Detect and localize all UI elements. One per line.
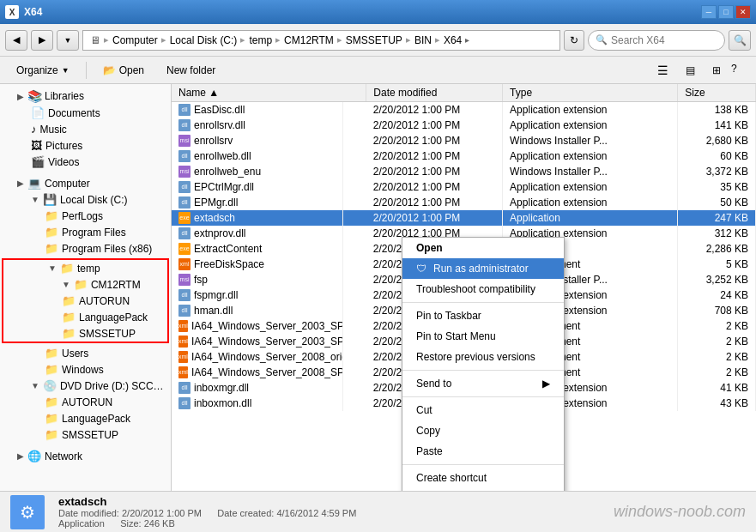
- sidebar-item-cm12rtm[interactable]: ▼ 📁 CM12RTM: [3, 276, 167, 293]
- new-folder-button[interactable]: New folder: [159, 60, 223, 81]
- ctx-separator-2: [402, 370, 564, 371]
- table-row[interactable]: msienrollweb_enu 2/20/2012 1:00 PM Windo…: [172, 164, 756, 179]
- ctx-item-run-as-admin[interactable]: 🛡 Run as administrator: [402, 258, 564, 279]
- ctx-item-paste[interactable]: Paste: [402, 441, 564, 462]
- file-name[interactable]: dllinboxmon.dll: [172, 396, 343, 411]
- file-size: 5 KB: [678, 257, 756, 272]
- file-name[interactable]: dllenrollsrv.dll: [172, 118, 343, 133]
- file-size: 35 KB: [678, 179, 756, 195]
- forward-button[interactable]: ▶: [31, 30, 53, 51]
- sidebar-item-smssetup[interactable]: 📁 SMSSETUP: [3, 325, 167, 342]
- sidebar-item-music[interactable]: ♪ Music: [0, 121, 171, 137]
- view-list-button[interactable]: ☰: [650, 60, 676, 81]
- file-size: 43 KB: [678, 396, 756, 411]
- file-name[interactable]: dllfspmgr.dll: [172, 287, 343, 303]
- file-name[interactable]: dllEPMgr.dll: [172, 195, 343, 210]
- ctx-item-pin-taskbar[interactable]: Pin to Taskbar: [402, 305, 564, 326]
- local-disk-icon: 💾: [43, 193, 57, 206]
- file-name[interactable]: xmlIA64_Windows_Server_2003_SP2: [172, 334, 343, 349]
- file-name[interactable]: xmlIA64_Windows_Server_2003_SP1: [172, 318, 343, 334]
- col-header-name[interactable]: Name ▲: [172, 84, 366, 102]
- table-row[interactable]: exeextadsch 2/20/2012 1:00 PM Applicatio…: [172, 210, 756, 226]
- sidebar-item-libraries[interactable]: ▶ 📚 Libraries: [0, 88, 171, 105]
- sidebar-item-pictures[interactable]: 🖼 Pictures: [0, 137, 171, 154]
- file-name[interactable]: xmlIA64_Windows_Server_2008_original...: [172, 349, 343, 365]
- file-name[interactable]: dllhman.dll: [172, 303, 343, 318]
- breadcrumb-bin[interactable]: BIN: [414, 34, 432, 46]
- search-input[interactable]: [611, 34, 714, 46]
- breadcrumb-smssetup[interactable]: SMSSETUP: [346, 34, 402, 46]
- file-name[interactable]: exeExtractContent: [172, 241, 343, 257]
- sidebar-item-users[interactable]: 📁 Users: [0, 345, 171, 361]
- file-size: 708 KB: [678, 303, 756, 318]
- file-name[interactable]: msifsp: [172, 272, 343, 287]
- computer-icon: 💻: [27, 177, 41, 190]
- table-row[interactable]: msienrollsrv 2/20/2012 1:00 PM Windows I…: [172, 133, 756, 148]
- file-name[interactable]: dllEasDisc.dll: [172, 102, 343, 118]
- view-icons-button[interactable]: ⊞: [705, 60, 729, 81]
- breadcrumb-x64[interactable]: X64: [444, 34, 462, 46]
- sidebar-item-videos[interactable]: 🎬 Videos: [0, 154, 171, 170]
- sidebar-item-network[interactable]: ▶ 🌐 Network: [0, 448, 171, 464]
- window-title: X64: [24, 6, 42, 18]
- ctx-item-cut[interactable]: Cut: [402, 400, 564, 420]
- file-name[interactable]: dllenrollweb.dll: [172, 148, 343, 164]
- sidebar-item-languagepack[interactable]: 📁 LanguagePack: [3, 309, 167, 325]
- col-header-type[interactable]: Type: [503, 84, 678, 102]
- maximize-button[interactable]: □: [718, 5, 734, 19]
- table-row[interactable]: dllEPCtrlMgr.dll 2/20/2012 1:00 PM Appli…: [172, 179, 756, 195]
- col-header-date[interactable]: Date modified: [366, 84, 503, 102]
- file-name[interactable]: xmlIA64_Windows_Server_2008_SP2: [172, 365, 343, 380]
- sidebar-item-program-files-x86[interactable]: 📁 Program Files (x86): [0, 240, 171, 257]
- search-box[interactable]: 🔍: [588, 30, 725, 51]
- breadcrumb-cm12rtm[interactable]: CM12RTM: [284, 34, 334, 46]
- sidebar-item-perflogs[interactable]: 📁 PerfLogs: [0, 208, 171, 224]
- table-row[interactable]: dllEPMgr.dll 2/20/2012 1:00 PM Applicati…: [172, 195, 756, 210]
- ctx-item-troubleshoot[interactable]: Troubleshoot compatibility: [402, 279, 564, 299]
- breadcrumb-computer[interactable]: 🖥: [90, 34, 100, 46]
- ctx-item-pin-start[interactable]: Pin to Start Menu: [402, 326, 564, 347]
- address-path[interactable]: 🖥 ▸ Computer ▸ Local Disk (C:) ▸ temp ▸ …: [82, 30, 560, 51]
- back-button[interactable]: ◀: [5, 30, 27, 51]
- up-button[interactable]: ▼: [57, 30, 79, 51]
- ctx-item-restore[interactable]: Restore previous versions: [402, 347, 564, 367]
- ctx-item-open[interactable]: Open: [402, 238, 564, 258]
- sidebar-item-windows[interactable]: 📁 Windows: [0, 361, 171, 378]
- close-button[interactable]: ✕: [735, 5, 751, 19]
- ctx-item-copy[interactable]: Copy: [402, 420, 564, 441]
- sidebar-item-computer[interactable]: ▶ 💻 Computer: [0, 175, 171, 191]
- file-name[interactable]: xmlFreeDiskSpace: [172, 257, 343, 272]
- file-name[interactable]: dllextnprov.dll: [172, 226, 343, 241]
- sidebar-item-temp[interactable]: ▼ 📁 temp: [3, 260, 167, 276]
- breadcrumb-local-disk[interactable]: Local Disk (C:): [170, 34, 238, 46]
- sidebar-item-dvd-drive[interactable]: ▼ 💿 DVD Drive (D:) SCCMSCEP'12_7711: [0, 378, 171, 394]
- minimize-button[interactable]: ─: [701, 5, 717, 19]
- file-name[interactable]: msienrollweb_enu: [172, 164, 343, 179]
- open-button[interactable]: 📂 Open: [95, 60, 152, 81]
- search-button[interactable]: 🔍: [729, 30, 751, 51]
- col-header-size[interactable]: Size: [678, 84, 756, 102]
- file-name[interactable]: msienrollsrv: [172, 133, 343, 148]
- sidebar-item-dvd-languagepack[interactable]: 📁 LanguagePack: [0, 410, 171, 426]
- breadcrumb-computer-label[interactable]: Computer: [112, 34, 158, 46]
- ctx-item-create-shortcut[interactable]: Create shortcut: [402, 468, 564, 488]
- breadcrumb-temp[interactable]: temp: [249, 34, 272, 46]
- sidebar-item-program-files[interactable]: 📁 Program Files: [0, 224, 171, 240]
- ctx-item-delete[interactable]: Delete: [402, 488, 564, 491]
- ctx-item-send-to[interactable]: Send to ▶: [402, 373, 564, 394]
- refresh-button[interactable]: ↻: [564, 30, 584, 51]
- sidebar-item-dvd-autorun[interactable]: 📁 AUTORUN: [0, 394, 171, 410]
- table-row[interactable]: dllEasDisc.dll 2/20/2012 1:00 PM Applica…: [172, 102, 756, 118]
- sidebar-item-dvd-smssetup[interactable]: 📁 SMSSETUP: [0, 426, 171, 443]
- organize-button[interactable]: Organize ▼: [9, 60, 77, 81]
- file-name[interactable]: dllEPCtrlMgr.dll: [172, 179, 343, 195]
- table-row[interactable]: dllenrollsrv.dll 2/20/2012 1:00 PM Appli…: [172, 118, 756, 133]
- file-name[interactable]: exeextadsch: [172, 210, 343, 226]
- sidebar-item-autorun[interactable]: 📁 AUTORUN: [3, 293, 167, 309]
- help-button[interactable]: ?: [730, 60, 747, 77]
- sidebar-item-local-disk-c[interactable]: ▼ 💾 Local Disk (C:): [0, 191, 171, 208]
- view-details-button[interactable]: ▤: [678, 60, 703, 81]
- table-row[interactable]: dllenrollweb.dll 2/20/2012 1:00 PM Appli…: [172, 148, 756, 164]
- file-name[interactable]: dllinboxmgr.dll: [172, 380, 343, 396]
- sidebar-item-documents[interactable]: 📄 Documents: [0, 105, 171, 121]
